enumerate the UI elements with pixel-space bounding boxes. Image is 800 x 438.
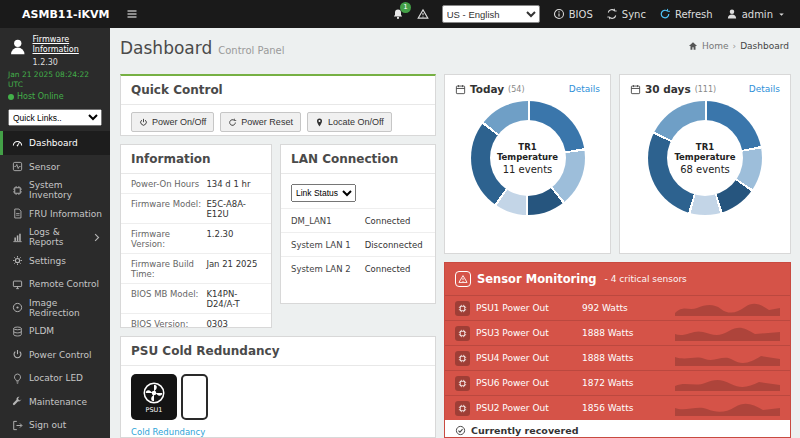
info-value: 0303 (206, 319, 228, 329)
button-label: Power Reset (241, 117, 293, 127)
hamburger-icon (126, 8, 138, 20)
thirty-days-details-link[interactable]: Details (749, 84, 780, 94)
psu1-label: PSU1 (146, 406, 163, 414)
sidebar-item-locator-led[interactable]: Locator LED (0, 366, 110, 390)
info-value: K14PN-D24/A-T (206, 289, 261, 309)
monitor-icon (12, 279, 23, 290)
chip-icon (12, 185, 23, 196)
info-row: Power-On Hours134 d 1 hr (121, 174, 271, 194)
breadcrumb: Home › Dashboard (688, 41, 789, 51)
sidebar-profile: Firmware Information 1.2.30 Jan 21 2025 … (0, 28, 110, 104)
sensor-sparkline (675, 300, 780, 316)
psu-cold-redundancy-card: PSU Cold Redundancy PSU1 Cold Redundancy… (120, 336, 436, 438)
alerts-button[interactable] (417, 8, 429, 20)
sidebar-item-image-redirection[interactable]: Image Redirection (0, 296, 110, 320)
left-column: Quick Control Power On/Off Power Reset (120, 74, 436, 438)
sidebar-item-system-inventory[interactable]: System Inventory (0, 178, 110, 202)
info-label: BIOS Version: (131, 319, 206, 329)
psu-card-title: PSU Cold Redundancy (121, 337, 435, 366)
power-reset-button[interactable]: Power Reset (220, 112, 301, 132)
sync-button[interactable]: Sync (606, 8, 646, 20)
notification-badge: 1 (400, 2, 410, 13)
sensor-row-psu3[interactable]: PSU3 Power Out 1888 Watts (445, 320, 790, 345)
database-icon (12, 326, 23, 337)
locate-on-off-button[interactable]: Locate On/Off (307, 112, 392, 132)
sidebar-item-logs-reports[interactable]: Logs & Reports (0, 225, 110, 249)
thirty-days-title: 30 days (645, 83, 691, 95)
sidebar-item-label: Maintenance (29, 397, 87, 407)
firmware-information-link[interactable]: Firmware Information (33, 35, 103, 56)
sidebar: Firmware Information 1.2.30 Jan 21 2025 … (0, 28, 110, 438)
thirty-days-events-card: 30 days (111) Details TR1 Temperature 68… (619, 74, 791, 254)
language-select[interactable]: US - English (442, 5, 540, 23)
sidebar-nav: Dashboard Sensor System Inventory FRU In… (0, 131, 110, 438)
avatar (8, 35, 28, 59)
today-details-link[interactable]: Details (569, 84, 600, 94)
refresh-label: Refresh (675, 9, 713, 20)
sidebar-item-sign-out[interactable]: Sign out (0, 413, 110, 437)
cold-redundancy-status-link[interactable]: Cold Redundancy Inactive (131, 426, 425, 438)
bios-icon (553, 8, 565, 20)
power-on-off-button[interactable]: Power On/Off (131, 112, 214, 132)
sensor-value: 1888 Watts (582, 353, 660, 363)
sidebar-item-label: PLDM (29, 326, 54, 336)
lan-status: Connected (365, 216, 411, 226)
donut-center-value: 68 events (680, 164, 730, 175)
sidebar-item-label: System Inventory (29, 180, 102, 200)
topbar: ASMB11-iKVM 1 US - English BIOS Sync (0, 0, 800, 28)
currently-recovered-section[interactable]: Currently recovered (445, 420, 790, 438)
sensor-row-psu2[interactable]: PSU2 Power Out 1856 Watts (445, 395, 790, 420)
sidebar-item-label: Logs & Reports (29, 227, 85, 247)
sidebar-item-settings[interactable]: Settings (0, 249, 110, 273)
sidebar-item-label: Sign out (29, 420, 66, 430)
sidebar-item-power-control[interactable]: Power Control (0, 343, 110, 367)
link-status-select[interactable]: Link Status (291, 184, 356, 202)
location-pin-icon (315, 118, 324, 127)
sensor-name: PSU4 Power Out (476, 353, 576, 363)
chart-icon (12, 232, 23, 243)
bios-button[interactable]: BIOS (553, 8, 593, 20)
lan-name: System LAN 2 (291, 264, 365, 274)
sidebar-item-sensor[interactable]: Sensor (0, 155, 110, 179)
breadcrumb-separator: › (733, 41, 737, 51)
info-value: 134 d 1 hr (206, 179, 250, 189)
sidebar-item-label: Sensor (29, 162, 60, 172)
firmware-build-time: Jan 21 2025 08:24:22 UTC (8, 70, 102, 90)
notifications-button[interactable]: 1 (392, 8, 404, 20)
refresh-button[interactable]: Refresh (659, 8, 713, 20)
sidebar-item-fru-information[interactable]: FRU Information (0, 202, 110, 226)
lan-connection-card: LAN Connection Link Status DM_LAN1Connec… (280, 144, 436, 304)
user-menu-button[interactable]: admin (726, 8, 786, 20)
info-value: Jan 21 2025 (206, 259, 257, 279)
sidebar-item-pldm[interactable]: PLDM (0, 319, 110, 343)
currently-recovered-label: Currently recovered (471, 425, 578, 436)
hamburger-menu-button[interactable] (126, 8, 138, 20)
reset-icon (228, 118, 237, 127)
sidebar-item-maintenance[interactable]: Maintenance (0, 390, 110, 414)
document-icon (12, 208, 23, 219)
page-header: DashboardControl Panel Home › Dashboard (120, 38, 791, 64)
breadcrumb-home[interactable]: Home (702, 41, 729, 51)
info-label: BIOS MB Model: (131, 289, 206, 309)
sensor-row-psu1[interactable]: PSU1 Power Out 992 Watts (445, 295, 790, 320)
sidebar-item-label: Remote Control (29, 279, 99, 289)
sidebar-item-remote-control[interactable]: Remote Control (0, 272, 110, 296)
cold-redundancy-line1: Cold Redundancy (131, 426, 425, 438)
today-title: Today (470, 83, 504, 95)
sensor-value: 1872 Watts (582, 378, 660, 388)
user-label: admin (742, 9, 773, 20)
sidebar-item-label: FRU Information (29, 209, 102, 219)
quick-links-select[interactable]: Quick Links.. (8, 109, 102, 126)
sidebar-item-dashboard[interactable]: Dashboard (0, 131, 110, 155)
today-donut-chart: TR1 Temperature 11 events (471, 101, 585, 215)
topbar-right: 1 US - English BIOS Sync Refresh (392, 5, 800, 23)
power-icon (12, 349, 23, 360)
sensor-sparkline (675, 400, 780, 416)
sensor-row-psu6[interactable]: PSU6 Power Out 1872 Watts (445, 370, 790, 395)
sensor-row-psu4[interactable]: PSU4 Power Out 1888 Watts (445, 345, 790, 370)
button-label: Locate On/Off (328, 117, 384, 127)
sidebar-item-label: Image Redirection (29, 298, 102, 318)
sensor-value: 992 Watts (582, 303, 660, 313)
lan-name: System LAN 1 (291, 240, 365, 250)
info-label: Firmware Version: (131, 229, 206, 249)
